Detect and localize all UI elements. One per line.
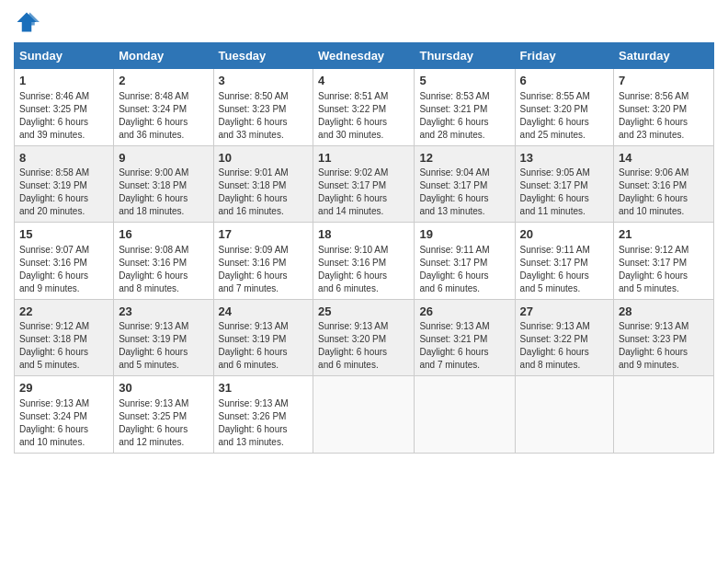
day-info: Sunrise: 9:07 AMSunset: 3:16 PMDaylight:… [19, 244, 108, 295]
day-number: 26 [419, 304, 509, 320]
day-number: 23 [119, 304, 208, 320]
day-info: Sunrise: 9:13 AMSunset: 3:26 PMDaylight:… [219, 397, 309, 449]
calendar-cell: 23Sunrise: 9:13 AMSunset: 3:19 PMDayligh… [114, 299, 213, 376]
day-info: Sunrise: 9:11 AMSunset: 3:17 PMDaylight:… [419, 244, 509, 295]
calendar-cell: 15Sunrise: 9:07 AMSunset: 3:16 PMDayligh… [15, 223, 114, 300]
calendar-cell: 1Sunrise: 8:46 AMSunset: 3:25 PMDaylight… [15, 69, 114, 146]
day-info: Sunrise: 9:05 AMSunset: 3:17 PMDaylight:… [520, 167, 609, 218]
day-number: 1 [19, 73, 108, 89]
day-info: Sunrise: 9:00 AMSunset: 3:18 PMDaylight:… [119, 167, 208, 218]
calendar-week-5: 29Sunrise: 9:13 AMSunset: 3:24 PMDayligh… [15, 376, 714, 454]
calendar-cell: 3Sunrise: 8:50 AMSunset: 3:23 PMDaylight… [213, 69, 313, 146]
calendar-cell: 12Sunrise: 9:04 AMSunset: 3:17 PMDayligh… [415, 145, 515, 223]
day-info: Sunrise: 9:08 AMSunset: 3:16 PMDaylight:… [119, 244, 208, 295]
calendar-cell: 21Sunrise: 9:12 AMSunset: 3:17 PMDayligh… [614, 223, 714, 300]
day-number: 3 [219, 73, 309, 89]
day-number: 2 [119, 73, 208, 89]
calendar-table: SundayMondayTuesdayWednesdayThursdayFrid… [14, 42, 714, 454]
day-info: Sunrise: 9:13 AMSunset: 3:19 PMDaylight:… [119, 320, 208, 372]
day-info: Sunrise: 9:04 AMSunset: 3:17 PMDaylight:… [419, 167, 509, 218]
calendar-cell: 4Sunrise: 8:51 AMSunset: 3:22 PMDaylight… [313, 69, 415, 146]
calendar-week-1: 1Sunrise: 8:46 AMSunset: 3:25 PMDaylight… [15, 69, 714, 146]
column-header-friday: Friday [515, 43, 613, 69]
calendar-cell: 25Sunrise: 9:13 AMSunset: 3:20 PMDayligh… [313, 299, 415, 376]
day-info: Sunrise: 9:13 AMSunset: 3:25 PMDaylight:… [119, 397, 208, 449]
calendar-cell: 7Sunrise: 8:56 AMSunset: 3:20 PMDaylight… [614, 69, 714, 146]
calendar-cell: 10Sunrise: 9:01 AMSunset: 3:18 PMDayligh… [213, 145, 313, 223]
day-number: 18 [318, 226, 409, 243]
day-info: Sunrise: 9:13 AMSunset: 3:24 PMDaylight:… [19, 397, 108, 449]
day-number: 6 [520, 73, 609, 89]
day-number: 13 [520, 150, 609, 167]
day-info: Sunrise: 8:48 AMSunset: 3:24 PMDaylight:… [119, 90, 208, 142]
calendar-week-4: 22Sunrise: 9:12 AMSunset: 3:18 PMDayligh… [15, 299, 714, 376]
calendar-cell: 27Sunrise: 9:13 AMSunset: 3:22 PMDayligh… [515, 299, 613, 376]
day-number: 15 [19, 226, 108, 243]
day-number: 14 [619, 150, 709, 167]
logo [14, 9, 43, 35]
calendar-cell: 29Sunrise: 9:13 AMSunset: 3:24 PMDayligh… [15, 376, 114, 454]
day-number: 22 [19, 304, 108, 320]
column-header-sunday: Sunday [15, 43, 114, 69]
column-header-thursday: Thursday [415, 43, 515, 69]
day-number: 19 [419, 226, 509, 243]
calendar-cell: 18Sunrise: 9:10 AMSunset: 3:16 PMDayligh… [313, 223, 415, 300]
day-number: 17 [219, 226, 309, 243]
calendar-cell: 31Sunrise: 9:13 AMSunset: 3:26 PMDayligh… [213, 376, 313, 454]
calendar-cell: 19Sunrise: 9:11 AMSunset: 3:17 PMDayligh… [415, 223, 515, 300]
day-number: 4 [318, 73, 409, 89]
calendar-week-3: 15Sunrise: 9:07 AMSunset: 3:16 PMDayligh… [15, 223, 714, 300]
calendar-cell [313, 376, 415, 454]
day-info: Sunrise: 9:13 AMSunset: 3:23 PMDaylight:… [619, 320, 709, 372]
calendar-cell: 16Sunrise: 9:08 AMSunset: 3:16 PMDayligh… [114, 223, 213, 300]
day-number: 16 [119, 226, 208, 243]
day-info: Sunrise: 9:13 AMSunset: 3:21 PMDaylight:… [419, 320, 509, 372]
calendar-cell: 13Sunrise: 9:05 AMSunset: 3:17 PMDayligh… [515, 145, 613, 223]
day-info: Sunrise: 9:13 AMSunset: 3:22 PMDaylight:… [520, 320, 609, 372]
day-info: Sunrise: 9:02 AMSunset: 3:17 PMDaylight:… [318, 167, 409, 218]
day-info: Sunrise: 8:50 AMSunset: 3:23 PMDaylight:… [219, 90, 309, 142]
day-info: Sunrise: 8:53 AMSunset: 3:21 PMDaylight:… [419, 90, 509, 142]
calendar-cell: 14Sunrise: 9:06 AMSunset: 3:16 PMDayligh… [614, 145, 714, 223]
day-info: Sunrise: 9:01 AMSunset: 3:18 PMDaylight:… [219, 167, 309, 218]
column-header-saturday: Saturday [614, 43, 714, 69]
calendar-cell: 26Sunrise: 9:13 AMSunset: 3:21 PMDayligh… [415, 299, 515, 376]
calendar-week-2: 8Sunrise: 8:58 AMSunset: 3:19 PMDaylight… [15, 145, 714, 223]
calendar-header-row: SundayMondayTuesdayWednesdayThursdayFrid… [15, 43, 714, 69]
day-info: Sunrise: 9:09 AMSunset: 3:16 PMDaylight:… [219, 244, 309, 295]
day-info: Sunrise: 8:46 AMSunset: 3:25 PMDaylight:… [19, 90, 108, 142]
day-info: Sunrise: 8:55 AMSunset: 3:20 PMDaylight:… [520, 90, 609, 142]
day-info: Sunrise: 8:56 AMSunset: 3:20 PMDaylight:… [619, 90, 709, 142]
calendar-cell: 11Sunrise: 9:02 AMSunset: 3:17 PMDayligh… [313, 145, 415, 223]
day-number: 31 [219, 380, 309, 396]
calendar-cell: 30Sunrise: 9:13 AMSunset: 3:25 PMDayligh… [114, 376, 213, 454]
calendar-cell: 24Sunrise: 9:13 AMSunset: 3:19 PMDayligh… [213, 299, 313, 376]
day-number: 30 [119, 380, 208, 396]
main-container: SundayMondayTuesdayWednesdayThursdayFrid… [0, 0, 728, 463]
column-header-wednesday: Wednesday [313, 43, 415, 69]
calendar-cell [415, 376, 515, 454]
day-number: 29 [19, 380, 108, 396]
page-header [14, 9, 714, 35]
day-info: Sunrise: 9:13 AMSunset: 3:19 PMDaylight:… [219, 320, 309, 372]
day-number: 10 [219, 150, 309, 167]
day-info: Sunrise: 9:11 AMSunset: 3:17 PMDaylight:… [520, 244, 609, 295]
calendar-cell: 5Sunrise: 8:53 AMSunset: 3:21 PMDaylight… [415, 69, 515, 146]
day-number: 21 [619, 226, 709, 243]
day-info: Sunrise: 9:12 AMSunset: 3:18 PMDaylight:… [19, 320, 108, 372]
day-number: 25 [318, 304, 409, 320]
day-number: 9 [119, 150, 208, 167]
day-number: 28 [619, 304, 709, 320]
day-number: 8 [19, 150, 108, 167]
calendar-cell: 28Sunrise: 9:13 AMSunset: 3:23 PMDayligh… [614, 299, 714, 376]
day-number: 27 [520, 304, 609, 320]
day-info: Sunrise: 9:10 AMSunset: 3:16 PMDaylight:… [318, 244, 409, 295]
day-number: 5 [419, 73, 509, 89]
day-info: Sunrise: 9:12 AMSunset: 3:17 PMDaylight:… [619, 244, 709, 295]
day-number: 12 [419, 150, 509, 167]
day-number: 11 [318, 150, 409, 167]
day-number: 20 [520, 226, 609, 243]
column-header-monday: Monday [114, 43, 213, 69]
day-info: Sunrise: 8:58 AMSunset: 3:19 PMDaylight:… [19, 167, 108, 218]
calendar-cell: 17Sunrise: 9:09 AMSunset: 3:16 PMDayligh… [213, 223, 313, 300]
